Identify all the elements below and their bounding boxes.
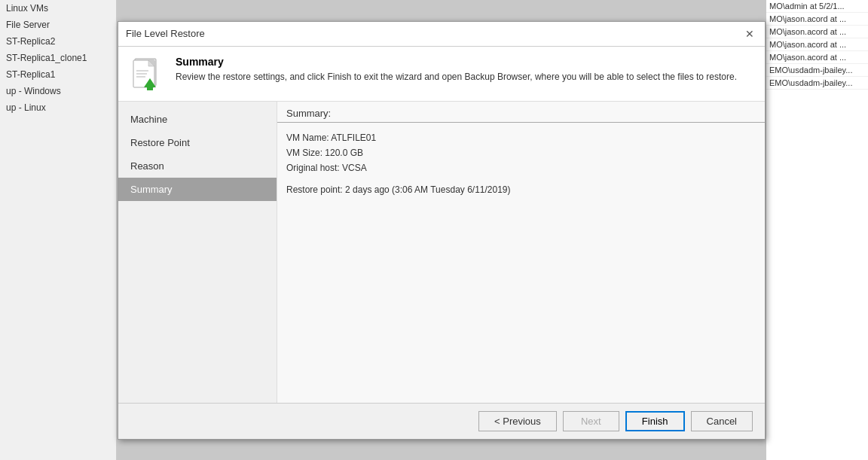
background-log: MO\admin at 5/2/1... MO\jason.acord at .… (766, 0, 868, 460)
wizard-content: Summary: VM Name: ATLFILE01 VM Size: 120… (277, 102, 765, 403)
wizard-nav-reason[interactable]: Reason (118, 154, 277, 178)
log-item-2: MO\jason.acord at ... (766, 26, 868, 38)
wizard-step-title: Summary (176, 56, 737, 68)
summary-content: VM Name: ATLFILE01 VM Size: 120.0 GB Ori… (277, 123, 765, 403)
modal-header: Summary Review the restore settings, and… (118, 47, 765, 102)
log-item-0: MO\admin at 5/2/1... (766, 0, 868, 13)
wizard-step-description: Review the restore settings, and click F… (176, 71, 737, 84)
modal-body: Machine Restore Point Reason Summary Sum… (118, 102, 765, 403)
cancel-button[interactable]: Cancel (691, 411, 753, 431)
finish-button[interactable]: Finish (625, 411, 685, 431)
original-host: Original host: VCSA (286, 160, 756, 175)
log-item-4: MO\jason.acord at ... (766, 51, 868, 64)
restore-point: Restore point: 2 days ago (3:06 AM Tuesd… (286, 182, 756, 197)
vm-size: VM Size: 120.0 GB (286, 145, 756, 160)
sidebar-item-file-server[interactable]: File Server (0, 17, 116, 33)
modal-footer: < Previous Next Finish Cancel (118, 403, 765, 439)
log-item-3: MO\jason.acord at ... (766, 38, 868, 51)
next-button[interactable]: Next (563, 411, 619, 431)
modal-title: File Level Restore (126, 28, 205, 39)
file-level-restore-dialog: File Level Restore ✕ (118, 21, 766, 440)
modal-header-text: Summary Review the restore settings, and… (176, 56, 737, 84)
modal-titlebar: File Level Restore ✕ (118, 22, 765, 47)
wizard-nav-restore-point[interactable]: Restore Point (118, 131, 277, 154)
previous-button[interactable]: < Previous (478, 411, 557, 431)
sidebar-item-st-replica1[interactable]: ST-Replica1 (0, 66, 116, 83)
wizard-nav-summary[interactable]: Summary (118, 178, 277, 201)
close-button[interactable]: ✕ (742, 26, 757, 41)
vm-name: VM Name: ATLFILE01 (286, 130, 756, 145)
wizard-icon (130, 56, 167, 92)
sidebar-item-st-replica2[interactable]: ST-Replica2 (0, 33, 116, 50)
sidebar-item-up-windows[interactable]: up - Windows (0, 83, 116, 99)
wizard-nav-machine[interactable]: Machine (118, 108, 277, 131)
sidebar-item-st-replica1-clone[interactable]: ST-Replica1_clone1 (0, 50, 116, 66)
log-item-6: EMO\usdadm-jbailey... (766, 77, 868, 90)
modal-overlay: File Level Restore ✕ (117, 0, 766, 460)
log-item-1: MO\jason.acord at ... (766, 13, 868, 26)
background-sidebar: Linux VMs File Server ST-Replica2 ST-Rep… (0, 0, 117, 460)
sidebar-item-linux-vms[interactable]: Linux VMs (0, 0, 116, 17)
svg-rect-8 (147, 83, 153, 90)
log-item-5: EMO\usdadm-jbailey... (766, 64, 868, 77)
summary-label: Summary: (277, 102, 765, 123)
sidebar-item-up-linux[interactable]: up - Linux (0, 99, 116, 116)
wizard-nav: Machine Restore Point Reason Summary (118, 102, 277, 403)
